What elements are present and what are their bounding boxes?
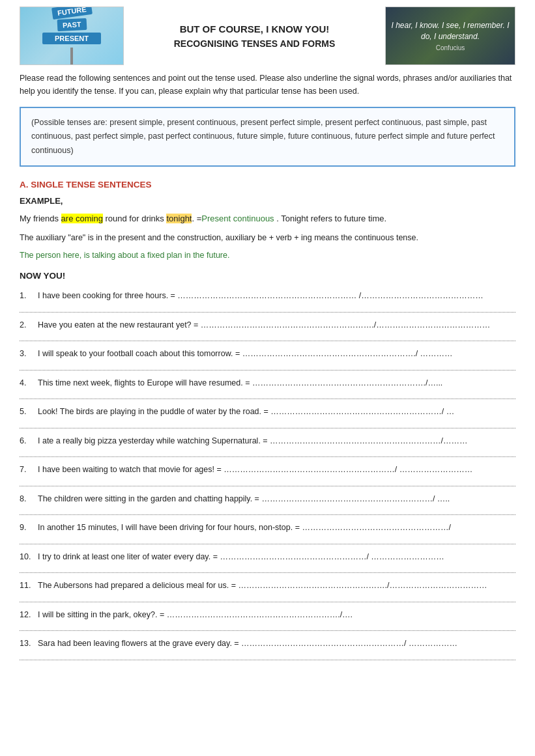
exercise-item-2: 2.Have you eaten at the new restaurant y…: [20, 318, 515, 344]
exercise-row-3: 3.I will speak to your football coach ab…: [20, 346, 515, 361]
example-pre: My friends: [20, 214, 61, 223]
exercise-num-11: 11.: [20, 578, 38, 593]
example-sentence: My friends are coming round for drinks t…: [20, 211, 515, 226]
exercise-dotted-line-12: [20, 623, 515, 631]
exercise-num-10: 10.: [20, 550, 38, 565]
exercise-text-7: I have been waiting to watch that movie …: [38, 462, 515, 477]
exercise-item-12: 12.I will be sitting in the park, okey?.…: [20, 608, 515, 634]
present-sign: PRESENT: [42, 33, 101, 44]
section-label: A. SINGLE TENSE SENTENCES: [20, 180, 152, 189]
section-header: A. SINGLE TENSE SENTENCES: [20, 180, 515, 189]
example-tense: Present continuous: [201, 214, 274, 223]
exercise-item-7: 7.I have been waiting to watch that movi…: [20, 462, 515, 489]
exercise-text-8: The children were sitting in the garden …: [38, 492, 515, 507]
exercise-dotted-line-5: [20, 421, 515, 428]
exercise-num-8: 8.: [20, 492, 38, 507]
exercise-row-5: 5.Look! The birds are playing in the pud…: [20, 404, 515, 419]
page: FUTURE PAST PRESENT BUT OF COURSE, I KNO…: [0, 0, 535, 679]
exercise-text-1: I have been cooking for three hours. = ……: [38, 288, 515, 303]
exercise-item-13: 13.Sara had been leaving flowers at the …: [20, 636, 515, 663]
exercise-num-3: 3.: [20, 346, 38, 361]
example-label: EXAMPLE,: [20, 196, 515, 206]
header-center: BUT OF COURSE, I KNOW YOU! RECOGNISING T…: [124, 23, 385, 49]
exercise-row-7: 7.I have been waiting to watch that movi…: [20, 462, 515, 477]
example-post: . Tonight refers to future time.: [274, 214, 386, 223]
exercise-row-1: 1.I have been cooking for three hours. =…: [20, 288, 515, 303]
exercise-row-11: 11.The Aubersons had prepared a deliciou…: [20, 578, 515, 593]
tense-box: (Possible tenses are: present simple, pr…: [20, 107, 515, 167]
exercise-text-10: I try to drink at least one liter of wat…: [38, 550, 515, 565]
exercise-dotted-line-10: [20, 565, 515, 573]
exercise-num-7: 7.: [20, 462, 38, 477]
quote-author: Confucius: [391, 44, 510, 51]
quote-box: I hear, I know. I see, I remember. I do,…: [391, 20, 510, 52]
exercise-num-1: 1.: [20, 288, 38, 303]
header: FUTURE PAST PRESENT BUT OF COURSE, I KNO…: [20, 7, 515, 65]
exercise-dotted-line-4: [20, 391, 515, 399]
exercise-text-4: This time next week, flights to Europe w…: [38, 376, 515, 391]
example-explanation: The auxiliary "are" is in the present an…: [20, 231, 515, 245]
exercise-text-5: Look! The birds are playing in the puddl…: [38, 404, 515, 419]
example-mid1: round for drinks: [103, 214, 167, 223]
exercise-dotted-line-11: [20, 595, 515, 602]
exercise-item-1: 1.I have been cooking for three hours. =…: [20, 288, 515, 315]
exercise-dotted-line-7: [20, 479, 515, 486]
exercise-num-9: 9.: [20, 520, 38, 535]
exercise-num-12: 12.: [20, 608, 38, 623]
exercise-num-13: 13.: [20, 636, 38, 651]
exercise-item-6: 6.I ate a really big pizza yesterday whi…: [20, 434, 515, 460]
main-title: BUT OF COURSE, I KNOW YOU!: [134, 23, 375, 35]
tense-box-text: (Possible tenses are: present simple, pr…: [31, 118, 495, 155]
exercise-row-6: 6.I ate a really big pizza yesterday whi…: [20, 434, 515, 449]
instructions: Please read the following sentences and …: [20, 72, 515, 98]
exercise-num-4: 4.: [20, 376, 38, 391]
exercise-item-9: 9.In another 15 minutes, I will have bee…: [20, 520, 515, 547]
exercise-row-9: 9.In another 15 minutes, I will have bee…: [20, 520, 515, 535]
future-sign: FUTURE: [51, 7, 93, 20]
exercise-text-13: Sara had been leaving flowers at the gra…: [38, 636, 515, 651]
subtitle: RECOGNISING TENSES AND FORMS: [134, 38, 375, 49]
example-highlight1: are coming: [61, 214, 103, 223]
exercise-dotted-line-13: [20, 652, 515, 660]
exercise-item-10: 10.I try to drink at least one liter of …: [20, 550, 515, 576]
quote-text: I hear, I know. I see, I remember. I do,…: [391, 20, 510, 42]
signpost-image: FUTURE PAST PRESENT: [20, 7, 124, 65]
exercise-dotted-line-6: [20, 449, 515, 457]
exercise-num-2: 2.: [20, 318, 38, 333]
exercise-item-11: 11.The Aubersons had prepared a deliciou…: [20, 578, 515, 605]
exercise-item-8: 8.The children were sitting in the garde…: [20, 492, 515, 518]
exercise-item-5: 5.Look! The birds are playing in the pud…: [20, 404, 515, 431]
exercise-text-9: In another 15 minutes, I will have been …: [38, 520, 515, 535]
example-extra: The person here, is talking about a fixe…: [20, 249, 515, 262]
exercise-row-2: 2.Have you eaten at the new restaurant y…: [20, 318, 515, 333]
exercise-text-11: The Aubersons had prepared a delicious m…: [38, 578, 515, 593]
exercise-dotted-line-8: [20, 507, 515, 515]
exercise-dotted-line-3: [20, 363, 515, 371]
exercise-item-3: 3.I will speak to your football coach ab…: [20, 346, 515, 373]
exercise-text-3: I will speak to your football coach abou…: [38, 346, 515, 361]
exercise-row-8: 8.The children were sitting in the garde…: [20, 492, 515, 507]
exercise-row-4: 4.This time next week, flights to Europe…: [20, 376, 515, 391]
exercise-row-12: 12.I will be sitting in the park, okey?.…: [20, 608, 515, 623]
signpost-pole: [70, 48, 73, 66]
signpost: FUTURE PAST PRESENT: [42, 7, 101, 65]
past-sign: PAST: [57, 18, 86, 31]
exercise-dotted-line-2: [20, 333, 515, 341]
quote-image: I hear, I know. I see, I remember. I do,…: [385, 7, 515, 65]
example-mid2: . =: [192, 214, 201, 223]
exercise-item-4: 4.This time next week, flights to Europe…: [20, 376, 515, 402]
exercise-row-10: 10.I try to drink at least one liter of …: [20, 550, 515, 565]
exercise-text-6: I ate a really big pizza yesterday while…: [38, 434, 515, 449]
exercise-dotted-line-1: [20, 305, 515, 313]
example-highlight2: tonight: [166, 214, 192, 223]
exercise-text-12: I will be sitting in the park, okey?. = …: [38, 608, 515, 623]
exercise-list: 1.I have been cooking for three hours. =…: [20, 288, 515, 663]
now-you-label: NOW YOU!: [20, 271, 515, 281]
exercise-row-13: 13.Sara had been leaving flowers at the …: [20, 636, 515, 651]
exercise-text-2: Have you eaten at the new restaurant yet…: [38, 318, 515, 333]
exercise-num-6: 6.: [20, 434, 38, 449]
exercise-dotted-line-9: [20, 537, 515, 544]
exercise-num-5: 5.: [20, 404, 38, 419]
